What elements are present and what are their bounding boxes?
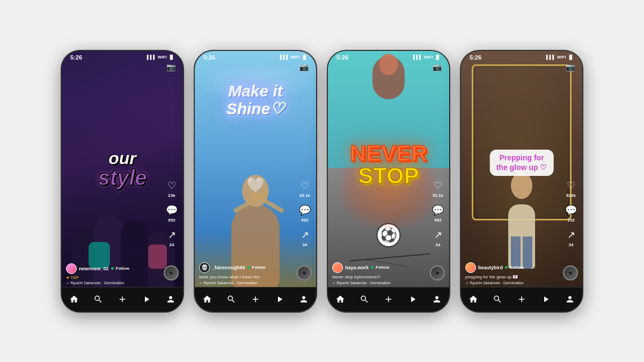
username-2: _fairenough99 <box>212 265 245 270</box>
share-action-3[interactable]: ↗ 34 <box>431 228 445 247</box>
comment-action-3[interactable]: 💬 952 <box>431 203 445 223</box>
caption-4: prepping for the glow up 💌 <box>465 275 561 280</box>
nav-home-2[interactable] <box>197 290 217 309</box>
follow-btn-1[interactable]: Follow <box>116 266 129 271</box>
time-3: 5:26 <box>336 54 348 61</box>
share-count-2: 34 <box>303 242 308 247</box>
bottom-nav-1 <box>62 287 183 312</box>
music-disc-1 <box>164 265 179 280</box>
status-icons-1: ▌▌▌ WiFi ▐▌ <box>147 55 174 60</box>
like-count-2: 82.1k <box>299 193 310 198</box>
share-icon-3: ↗ <box>431 228 445 242</box>
live-dot-4 <box>505 266 508 269</box>
nav-search-3[interactable] <box>355 290 374 309</box>
battery-icon-2: ▐▌ <box>302 55 308 60</box>
video-area-4[interactable]: 📷 Prepping forthe glow up ♡ ♡ 823k 💬 152… <box>461 51 582 312</box>
like-count-3: 52.1k <box>433 193 443 198</box>
follow-btn-3[interactable]: Follow <box>376 265 389 270</box>
text-overlay-3: NEVER STOP <box>350 142 428 187</box>
music-text-1: Ryuichi Sakamoto · Germination <box>70 281 124 285</box>
disc-center-1 <box>169 271 173 275</box>
nav-video-4[interactable] <box>536 290 555 309</box>
like-action-2[interactable]: ♡ 82.1k <box>298 179 312 198</box>
music-disc-2 <box>297 265 312 280</box>
phone-1: 5:26 ▌▌▌ WiFi ▐▌ 📷 <box>61 50 184 313</box>
nav-home-3[interactable] <box>331 290 350 309</box>
signal-icon-4: ▌▌▌ <box>546 55 555 60</box>
camera-icon-3[interactable]: 📷 <box>433 63 442 71</box>
nav-add-3[interactable] <box>379 290 398 309</box>
nav-add-4[interactable] <box>512 290 531 309</box>
nav-profile-1[interactable] <box>161 290 180 309</box>
music-text-4: Ryuichi Sakamoto · Germination <box>470 281 523 285</box>
share-action-4[interactable]: ↗ 34 <box>564 228 578 247</box>
follow-btn-2[interactable]: Follow <box>252 265 266 270</box>
music-text-2: Ryuichi Sakamoto · Germination <box>203 281 257 285</box>
share-count-4: 34 <box>569 242 574 247</box>
nav-profile-3[interactable] <box>427 290 447 309</box>
music-row-2: ♫ Ryuichi Sakamoto · Germination <box>199 281 295 285</box>
overlay-line2-3: STOP <box>350 165 428 187</box>
like-action-1[interactable]: ♡ 23k <box>165 179 179 198</box>
bottom-info-4: beautybird Follow prepping for the glow … <box>465 262 561 285</box>
live-dot-3 <box>371 266 374 269</box>
nav-add-2[interactable] <box>246 290 265 309</box>
caption-1: ★ TGIF <box>66 276 79 279</box>
nav-search-1[interactable] <box>89 290 108 309</box>
camera-icon-2[interactable]: 📷 <box>299 63 309 71</box>
share-action-2[interactable]: ↗ 34 <box>298 228 312 247</box>
status-icons-4: ▌▌▌ WiFi ▐▌ <box>546 55 574 60</box>
nav-video-1[interactable] <box>137 290 156 309</box>
video-area-1[interactable]: 📷 our style ♡ 23k 💬 952 ↗ 24 <box>62 51 183 312</box>
overlay-line1-2: Make itShine♡ <box>200 82 311 117</box>
like-action-4[interactable]: ♡ 823k <box>564 179 578 198</box>
comment-icon-2: 💬 <box>298 203 312 217</box>
bottom-nav-4 <box>461 287 582 312</box>
camera-icon-4[interactable]: 📷 <box>566 63 575 71</box>
nav-home-1[interactable] <box>64 290 84 309</box>
phones-container: 5:26 ▌▌▌ WiFi ▐▌ 📷 <box>50 39 594 323</box>
camera-icon-1[interactable]: 📷 <box>166 63 175 71</box>
caption-2: hehe you know what I mean tho <box>199 275 295 280</box>
status-icons-2: ▌▌▌ WiFi ▐▌ <box>280 55 308 60</box>
video-area-3[interactable]: ⚽ 📷 NEVER STOP ♡ 52.1k 💬 952 <box>328 51 449 312</box>
like-count-4: 823k <box>566 193 576 198</box>
nav-home-4[interactable] <box>464 290 483 309</box>
nav-video-2[interactable] <box>270 290 289 309</box>
nav-search-2[interactable] <box>222 290 241 309</box>
like-count-1: 23k <box>168 193 175 198</box>
nav-add-1[interactable] <box>113 290 132 309</box>
comment-count-3: 952 <box>434 218 441 223</box>
nav-profile-2[interactable] <box>294 290 313 309</box>
disc-center-4 <box>568 271 573 275</box>
overlay-line2-1: style <box>98 167 147 188</box>
nav-profile-4[interactable] <box>560 290 580 309</box>
comment-action-2[interactable]: 💬 952 <box>298 203 312 223</box>
signal-icon-2: ▌▌▌ <box>280 55 289 60</box>
share-icon-4: ↗ <box>564 228 578 242</box>
heart-icon-3: ♡ <box>431 179 445 193</box>
comment-count-1: 952 <box>168 218 175 223</box>
heart-icon-1: ♡ <box>165 179 179 193</box>
battery-icon-3: ▐▌ <box>435 55 441 60</box>
comment-action-4[interactable]: 💬 152 <box>564 203 578 223</box>
music-text-3: Ryuichi Sakamoto · Germination <box>336 281 390 285</box>
comment-action-1[interactable]: 💬 952 <box>165 203 179 223</box>
bottom-info-3: itaya.work Follow Never stop tryinnnnnne… <box>332 262 428 285</box>
nav-video-3[interactable] <box>403 290 422 309</box>
music-note-1: ♫ <box>66 281 69 285</box>
like-action-3[interactable]: ♡ 52.1k <box>431 179 445 198</box>
video-area-2[interactable]: 🤍 📷 Make itShine♡ ♡ 82.1k 💬 952 <box>195 51 316 312</box>
overlay-line1-3: NEVER <box>350 142 428 165</box>
follow-btn-4[interactable]: Follow <box>510 265 523 270</box>
phone-3: 5:26 ▌▌▌ WiFi ▐▌ ⚽ <box>327 50 450 313</box>
nav-search-4[interactable] <box>488 290 507 309</box>
bottom-info-2: 💀 _fairenough99 Follow hehe you know wha… <box>199 262 295 285</box>
heart-icon-4: ♡ <box>564 179 578 193</box>
status-bar-4: 5:26 ▌▌▌ WiFi ▐▌ <box>461 51 582 62</box>
action-icons-3: ♡ 52.1k 💬 952 ↗ 34 <box>431 179 445 247</box>
heart-icon-2: ♡ <box>298 179 312 193</box>
username-1: newnnew_02 <box>79 266 109 271</box>
share-action-1[interactable]: ↗ 24 <box>165 228 179 247</box>
time-4: 5:26 <box>470 54 481 61</box>
